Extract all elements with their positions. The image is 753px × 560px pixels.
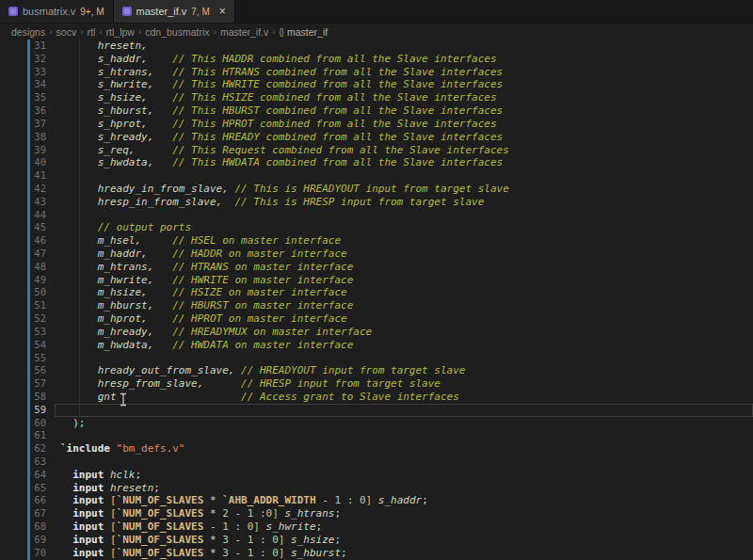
- code-content[interactable]: );: [55, 417, 753, 430]
- line-number[interactable]: 55: [34, 352, 46, 363]
- gutter-line-49[interactable]: 49: [0, 274, 55, 287]
- code-content[interactable]: hresp_from_slave, // HRESP input from ta…: [55, 377, 753, 391]
- gutter-line-31[interactable]: 31: [0, 40, 55, 53]
- breadcrumb-item-designs[interactable]: designs: [11, 26, 45, 38]
- line-number[interactable]: 46: [34, 234, 46, 246]
- editor-line-69[interactable]: 69 input [`NUM_OF_SLAVES * 3 - 1 : 0] s_…: [0, 534, 753, 547]
- editor-line-32[interactable]: 32 s_haddr, // This HADDR combined from …: [0, 53, 753, 66]
- code-content[interactable]: s_hprot, // This HPROT combined from all…: [55, 118, 753, 131]
- line-number[interactable]: 39: [34, 144, 46, 155]
- editor-line-35[interactable]: 35 s_hsize, // This HSIZE combined from …: [0, 91, 753, 104]
- gutter-line-64[interactable]: 64: [0, 469, 55, 482]
- editor-line-70[interactable]: 70 input [`NUM_OF_SLAVES * 3 - 1 : 0] s_…: [0, 547, 753, 560]
- line-number[interactable]: 48: [34, 261, 46, 272]
- gutter-line-41[interactable]: 41: [0, 169, 55, 183]
- gutter-line-52[interactable]: 52: [0, 312, 55, 326]
- line-number[interactable]: 31: [34, 40, 46, 51]
- line-number[interactable]: 57: [34, 377, 46, 389]
- code-content[interactable]: m_hsel, // HSEL on master interface: [55, 234, 753, 248]
- line-number[interactable]: 68: [34, 520, 46, 532]
- tab-master-if-v[interactable]: master_if.v7, M×: [114, 0, 235, 23]
- gutter-line-36[interactable]: 36: [0, 104, 55, 118]
- line-number[interactable]: 59: [34, 404, 46, 415]
- code-content[interactable]: input [`NUM_OF_SLAVES * 3 - 1 : 0] s_hsi…: [55, 534, 753, 547]
- code-content[interactable]: s_htrans, // This HTRANS combined from a…: [55, 66, 753, 79]
- gutter-line-39[interactable]: 39: [0, 144, 55, 157]
- editor-line-55[interactable]: 55: [0, 352, 753, 365]
- gutter-line-43[interactable]: 43: [0, 196, 55, 209]
- code-content[interactable]: s_hwdata, // This HWDATA combined from a…: [55, 156, 753, 169]
- code-content[interactable]: m_hprot, // HPROT on master interface: [55, 312, 753, 326]
- line-number[interactable]: 64: [34, 469, 46, 480]
- editor-line-46[interactable]: 46 m_hsel, // HSEL on master interface: [0, 234, 753, 248]
- code-content[interactable]: m_hwrite, // HWRITE on master interface: [55, 274, 753, 287]
- code-content[interactable]: m_hsize, // HSIZE on master interface: [55, 286, 753, 299]
- gutter-line-63[interactable]: 63: [0, 456, 55, 469]
- gutter-line-48[interactable]: 48: [0, 261, 55, 274]
- line-number[interactable]: 63: [34, 456, 46, 467]
- code-content[interactable]: s_hburst, // This HBURST combined from a…: [55, 104, 753, 118]
- breadcrumb-item-master-if[interactable]: master_if: [287, 26, 328, 38]
- line-number[interactable]: 52: [34, 312, 46, 324]
- breadcrumb-item-rtl-lpw[interactable]: rtl_lpw: [106, 26, 135, 38]
- gutter-line-32[interactable]: 32: [0, 53, 55, 66]
- gutter-line-42[interactable]: 42: [0, 183, 55, 196]
- code-content[interactable]: [55, 209, 753, 222]
- line-number[interactable]: 67: [34, 507, 46, 519]
- code-content[interactable]: m_haddr, // HADDR on master interface: [55, 248, 753, 261]
- line-number[interactable]: 37: [34, 118, 46, 129]
- editor-line-33[interactable]: 33 s_htrans, // This HTRANS combined fro…: [0, 66, 753, 79]
- gutter-line-68[interactable]: 68: [0, 520, 55, 534]
- editor-line-38[interactable]: 38 s_hready, // This HREADY combined fro…: [0, 131, 753, 144]
- editor-line-57[interactable]: 57 hresp_from_slave, // HRESP input from…: [0, 377, 753, 391]
- code-content[interactable]: input [`NUM_OF_SLAVES * 2 - 1 :0] s_htra…: [55, 507, 753, 520]
- editor-line-56[interactable]: 56 hready_out_from_slave, // HREADYOUT i…: [0, 364, 753, 377]
- editor-line-42[interactable]: 42 hready_in_from_slave, // This is HREA…: [0, 183, 753, 196]
- editor-line-60[interactable]: 60 );: [0, 417, 753, 430]
- gutter-line-57[interactable]: 57: [0, 377, 55, 391]
- gutter-line-70[interactable]: 70: [0, 547, 55, 560]
- gutter-line-65[interactable]: 65: [0, 482, 55, 495]
- editor-line-50[interactable]: 50 m_hsize, // HSIZE on master interface: [0, 286, 753, 299]
- breadcrumb-item-socv[interactable]: socv: [56, 26, 77, 38]
- gutter-line-61[interactable]: 61: [0, 429, 55, 442]
- code-content[interactable]: s_hwrite, // This HWRITE combined from a…: [55, 78, 753, 91]
- line-number[interactable]: 41: [34, 169, 46, 181]
- gutter-line-51[interactable]: 51: [0, 299, 55, 312]
- code-content[interactable]: [55, 404, 753, 417]
- gutter-line-37[interactable]: 37: [0, 118, 55, 131]
- line-number[interactable]: 45: [34, 221, 46, 232]
- code-content[interactable]: `include "bm_defs.v": [55, 442, 753, 456]
- code-content[interactable]: input hresetn;: [55, 482, 753, 495]
- gutter-line-47[interactable]: 47: [0, 248, 55, 261]
- gutter-line-54[interactable]: 54: [0, 339, 55, 352]
- editor-line-64[interactable]: 64 input hclk;: [0, 469, 753, 482]
- gutter-line-67[interactable]: 67: [0, 507, 55, 520]
- code-content[interactable]: m_hready, // HREADYMUX on master interfa…: [55, 326, 753, 339]
- breadcrumb-item-rtl[interactable]: rtl: [87, 26, 95, 38]
- line-number[interactable]: 38: [34, 131, 46, 142]
- gutter-line-60[interactable]: 60: [0, 417, 55, 430]
- editor-line-66[interactable]: 66 input [`NUM_OF_SLAVES * `AHB_ADDR_WID…: [0, 494, 753, 507]
- editor-line-44[interactable]: 44: [0, 209, 753, 222]
- editor-line-45[interactable]: 45 // output ports: [0, 221, 753, 234]
- line-number[interactable]: 66: [34, 494, 46, 505]
- editor-line-63[interactable]: 63: [0, 456, 753, 469]
- line-number[interactable]: 54: [34, 339, 46, 350]
- editor-line-47[interactable]: 47 m_haddr, // HADDR on master interface: [0, 248, 753, 261]
- editor-line-58[interactable]: 58 gnt // Access grant to Slave interfac…: [0, 391, 753, 404]
- editor[interactable]: 31 hresetn,32 s_haddr, // This HADDR com…: [0, 40, 753, 560]
- code-content[interactable]: m_hwdata, // HWDATA on master interface: [55, 339, 753, 352]
- gutter-line-58[interactable]: 58: [0, 391, 55, 404]
- gutter-line-44[interactable]: 44: [0, 209, 55, 222]
- editor-line-61[interactable]: 61: [0, 429, 753, 442]
- gutter-line-34[interactable]: 34: [0, 78, 55, 91]
- line-number[interactable]: 47: [34, 248, 46, 259]
- editor-line-68[interactable]: 68 input [`NUM_OF_SLAVES - 1 : 0] s_hwri…: [0, 520, 753, 534]
- code-content[interactable]: [55, 352, 753, 365]
- code-content[interactable]: s_haddr, // This HADDR combined from all…: [55, 53, 753, 66]
- line-number[interactable]: 35: [34, 91, 46, 103]
- code-content[interactable]: hready_in_from_slave, // This is HREADYO…: [55, 183, 753, 196]
- editor-line-54[interactable]: 54 m_hwdata, // HWDATA on master interfa…: [0, 339, 753, 352]
- line-number[interactable]: 60: [34, 417, 46, 428]
